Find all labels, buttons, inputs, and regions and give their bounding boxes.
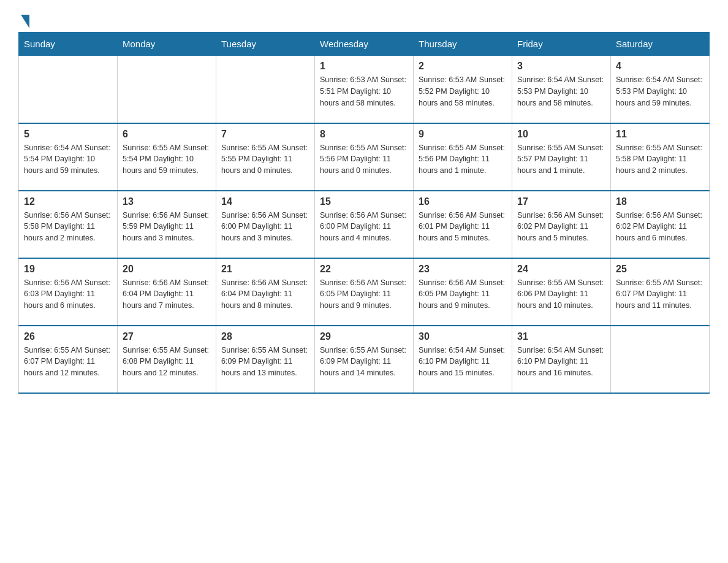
- calendar-header-row: SundayMondayTuesdayWednesdayThursdayFrid…: [19, 33, 710, 56]
- day-number: 4: [616, 61, 704, 72]
- day-info: Sunrise: 6:53 AM Sunset: 5:52 PM Dayligh…: [419, 74, 507, 109]
- calendar-cell: 6Sunrise: 6:55 AM Sunset: 5:54 PM Daylig…: [118, 123, 216, 191]
- day-info: Sunrise: 6:56 AM Sunset: 6:03 PM Dayligh…: [24, 277, 112, 312]
- calendar-cell: 26Sunrise: 6:55 AM Sunset: 6:07 PM Dayli…: [19, 326, 118, 393]
- day-number: 18: [616, 196, 704, 207]
- calendar-cell: 3Sunrise: 6:54 AM Sunset: 5:53 PM Daylig…: [512, 56, 611, 123]
- calendar-cell: [216, 56, 315, 123]
- day-info: Sunrise: 6:54 AM Sunset: 5:53 PM Dayligh…: [616, 74, 704, 109]
- calendar-cell: 24Sunrise: 6:55 AM Sunset: 6:06 PM Dayli…: [512, 258, 611, 326]
- day-number: 22: [320, 264, 408, 275]
- day-info: Sunrise: 6:56 AM Sunset: 6:02 PM Dayligh…: [517, 210, 605, 244]
- calendar-week-row: 19Sunrise: 6:56 AM Sunset: 6:03 PM Dayli…: [19, 258, 710, 326]
- calendar-cell: 7Sunrise: 6:55 AM Sunset: 5:55 PM Daylig…: [216, 123, 315, 191]
- calendar-cell: 17Sunrise: 6:56 AM Sunset: 6:02 PM Dayli…: [512, 191, 611, 258]
- day-number: 8: [320, 129, 408, 140]
- page-header: [18, 12, 710, 26]
- day-number: 28: [221, 331, 309, 342]
- calendar-week-row: 5Sunrise: 6:54 AM Sunset: 5:54 PM Daylig…: [19, 123, 710, 191]
- day-info: Sunrise: 6:56 AM Sunset: 6:04 PM Dayligh…: [123, 277, 211, 312]
- calendar-cell: 5Sunrise: 6:54 AM Sunset: 5:54 PM Daylig…: [19, 123, 118, 191]
- calendar-cell: 21Sunrise: 6:56 AM Sunset: 6:04 PM Dayli…: [216, 258, 315, 326]
- calendar-cell: 2Sunrise: 6:53 AM Sunset: 5:52 PM Daylig…: [414, 56, 512, 123]
- calendar-cell: 13Sunrise: 6:56 AM Sunset: 5:59 PM Dayli…: [118, 191, 216, 258]
- day-number: 30: [419, 331, 507, 342]
- calendar-cell: 1Sunrise: 6:53 AM Sunset: 5:51 PM Daylig…: [315, 56, 414, 123]
- day-info: Sunrise: 6:55 AM Sunset: 6:08 PM Dayligh…: [123, 345, 211, 379]
- calendar-cell: [611, 326, 710, 393]
- calendar-cell: 28Sunrise: 6:55 AM Sunset: 6:09 PM Dayli…: [216, 326, 315, 393]
- day-info: Sunrise: 6:56 AM Sunset: 6:00 PM Dayligh…: [320, 210, 408, 244]
- calendar-cell: 14Sunrise: 6:56 AM Sunset: 6:00 PM Dayli…: [216, 191, 315, 258]
- calendar-header-thursday: Thursday: [414, 33, 512, 56]
- calendar-week-row: 26Sunrise: 6:55 AM Sunset: 6:07 PM Dayli…: [19, 326, 710, 393]
- day-info: Sunrise: 6:56 AM Sunset: 6:05 PM Dayligh…: [419, 277, 507, 312]
- day-number: 24: [517, 264, 605, 275]
- day-info: Sunrise: 6:56 AM Sunset: 6:05 PM Dayligh…: [320, 277, 408, 312]
- day-info: Sunrise: 6:56 AM Sunset: 6:00 PM Dayligh…: [221, 210, 309, 244]
- day-info: Sunrise: 6:56 AM Sunset: 6:01 PM Dayligh…: [419, 210, 507, 244]
- day-info: Sunrise: 6:55 AM Sunset: 6:09 PM Dayligh…: [320, 345, 408, 379]
- logo: [18, 12, 29, 26]
- calendar-header-saturday: Saturday: [611, 33, 710, 56]
- day-number: 7: [221, 129, 309, 140]
- calendar-cell: 19Sunrise: 6:56 AM Sunset: 6:03 PM Dayli…: [19, 258, 118, 326]
- calendar-cell: 18Sunrise: 6:56 AM Sunset: 6:02 PM Dayli…: [611, 191, 710, 258]
- day-info: Sunrise: 6:56 AM Sunset: 6:02 PM Dayligh…: [616, 210, 704, 244]
- day-info: Sunrise: 6:54 AM Sunset: 5:54 PM Dayligh…: [24, 142, 112, 177]
- calendar-cell: 16Sunrise: 6:56 AM Sunset: 6:01 PM Dayli…: [414, 191, 512, 258]
- calendar-week-row: 12Sunrise: 6:56 AM Sunset: 5:58 PM Dayli…: [19, 191, 710, 258]
- day-info: Sunrise: 6:56 AM Sunset: 6:04 PM Dayligh…: [221, 277, 309, 312]
- calendar-cell: 10Sunrise: 6:55 AM Sunset: 5:57 PM Dayli…: [512, 123, 611, 191]
- day-number: 16: [419, 196, 507, 207]
- calendar-cell: 22Sunrise: 6:56 AM Sunset: 6:05 PM Dayli…: [315, 258, 414, 326]
- calendar-cell: [118, 56, 216, 123]
- calendar-cell: 25Sunrise: 6:55 AM Sunset: 6:07 PM Dayli…: [611, 258, 710, 326]
- day-number: 2: [419, 61, 507, 72]
- calendar-cell: 20Sunrise: 6:56 AM Sunset: 6:04 PM Dayli…: [118, 258, 216, 326]
- day-number: 1: [320, 61, 408, 72]
- calendar-cell: [19, 56, 118, 123]
- calendar-cell: 29Sunrise: 6:55 AM Sunset: 6:09 PM Dayli…: [315, 326, 414, 393]
- calendar-cell: 30Sunrise: 6:54 AM Sunset: 6:10 PM Dayli…: [414, 326, 512, 393]
- day-info: Sunrise: 6:54 AM Sunset: 6:10 PM Dayligh…: [419, 345, 507, 379]
- day-number: 31: [517, 331, 605, 342]
- day-info: Sunrise: 6:55 AM Sunset: 5:57 PM Dayligh…: [517, 142, 605, 177]
- day-number: 19: [24, 264, 112, 275]
- day-number: 15: [320, 196, 408, 207]
- calendar-cell: 12Sunrise: 6:56 AM Sunset: 5:58 PM Dayli…: [19, 191, 118, 258]
- day-info: Sunrise: 6:55 AM Sunset: 5:55 PM Dayligh…: [221, 142, 309, 177]
- calendar-cell: 8Sunrise: 6:55 AM Sunset: 5:56 PM Daylig…: [315, 123, 414, 191]
- day-number: 10: [517, 129, 605, 140]
- day-info: Sunrise: 6:55 AM Sunset: 5:56 PM Dayligh…: [419, 142, 507, 177]
- day-number: 11: [616, 129, 704, 140]
- day-number: 17: [517, 196, 605, 207]
- calendar-header-friday: Friday: [512, 33, 611, 56]
- day-number: 6: [123, 129, 211, 140]
- logo-triangle-icon: [21, 15, 29, 28]
- day-info: Sunrise: 6:55 AM Sunset: 6:06 PM Dayligh…: [517, 277, 605, 312]
- day-number: 20: [123, 264, 211, 275]
- calendar-cell: 27Sunrise: 6:55 AM Sunset: 6:08 PM Dayli…: [118, 326, 216, 393]
- calendar-header-monday: Monday: [118, 33, 216, 56]
- day-info: Sunrise: 6:55 AM Sunset: 6:09 PM Dayligh…: [221, 345, 309, 379]
- day-number: 25: [616, 264, 704, 275]
- calendar-header-tuesday: Tuesday: [216, 33, 315, 56]
- day-info: Sunrise: 6:55 AM Sunset: 5:56 PM Dayligh…: [320, 142, 408, 177]
- day-info: Sunrise: 6:55 AM Sunset: 6:07 PM Dayligh…: [24, 345, 112, 379]
- day-number: 13: [123, 196, 211, 207]
- day-number: 21: [221, 264, 309, 275]
- day-number: 12: [24, 196, 112, 207]
- day-info: Sunrise: 6:55 AM Sunset: 5:58 PM Dayligh…: [616, 142, 704, 177]
- calendar-cell: 31Sunrise: 6:54 AM Sunset: 6:10 PM Dayli…: [512, 326, 611, 393]
- day-info: Sunrise: 6:54 AM Sunset: 5:53 PM Dayligh…: [517, 74, 605, 109]
- day-number: 26: [24, 331, 112, 342]
- day-number: 23: [419, 264, 507, 275]
- day-number: 29: [320, 331, 408, 342]
- day-number: 3: [517, 61, 605, 72]
- calendar-week-row: 1Sunrise: 6:53 AM Sunset: 5:51 PM Daylig…: [19, 56, 710, 123]
- day-info: Sunrise: 6:55 AM Sunset: 5:54 PM Dayligh…: [123, 142, 211, 177]
- day-info: Sunrise: 6:56 AM Sunset: 5:59 PM Dayligh…: [123, 210, 211, 244]
- calendar-header-wednesday: Wednesday: [315, 33, 414, 56]
- calendar-header-sunday: Sunday: [19, 33, 118, 56]
